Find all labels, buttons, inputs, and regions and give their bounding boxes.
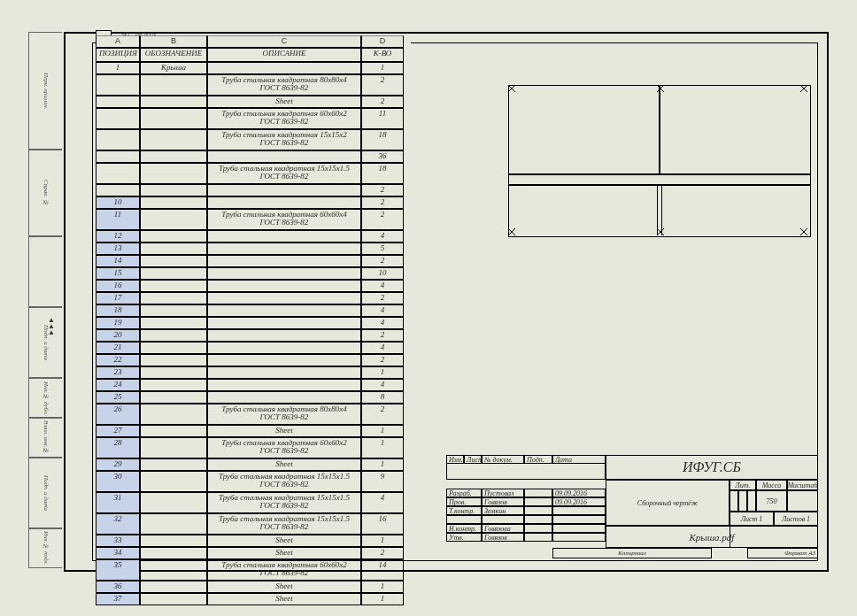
tb-role-sign[interactable] [524, 533, 552, 542]
cell[interactable] [207, 304, 361, 317]
cell[interactable] [140, 547, 207, 559]
tb-role[interactable]: Разраб. [446, 489, 482, 497]
cell[interactable]: 1 [96, 62, 140, 74]
cell[interactable]: 33 [96, 535, 140, 547]
cell[interactable]: 36 [96, 581, 140, 593]
cell[interactable] [140, 74, 207, 96]
cell[interactable]: 2 [361, 547, 404, 559]
table-row[interactable]: Труба стальная квадратная 60x60x2 ГОСТ 8… [96, 108, 411, 129]
cell[interactable]: Sheet [207, 458, 361, 471]
cell[interactable]: 25 [96, 391, 140, 404]
cell[interactable]: 1 [361, 437, 404, 458]
cell[interactable] [207, 150, 361, 163]
tb-role-sign[interactable] [524, 506, 552, 515]
tb-company[interactable] [730, 526, 818, 548]
table-row[interactable]: 172 [96, 292, 411, 304]
cell[interactable]: 1 [361, 535, 404, 547]
cell[interactable]: Труба стальная квадратная 80x80x4 ГОСТ 8… [207, 74, 361, 96]
tb-role[interactable]: Пров. [446, 497, 482, 506]
table-row[interactable]: 36 [96, 150, 411, 163]
tb-lit1[interactable] [730, 490, 738, 512]
hdr-position[interactable]: ПОЗИЦИЯ [96, 48, 140, 62]
table-row[interactable]: 27Sheet1 [96, 425, 411, 437]
cell[interactable]: Труба стальная квадратная 15x15x1.5 ГОСТ… [207, 492, 361, 513]
cell[interactable]: 2 [361, 404, 404, 425]
cell[interactable] [140, 581, 207, 593]
cell[interactable]: 2 [361, 196, 404, 209]
cell[interactable] [207, 243, 361, 255]
cell[interactable]: 34 [96, 547, 140, 559]
table-row[interactable]: 231 [96, 366, 411, 379]
cell[interactable] [207, 366, 361, 379]
table-row[interactable]: 29Sheet1 [96, 458, 411, 471]
cell[interactable] [140, 379, 207, 391]
cell[interactable] [140, 243, 207, 255]
hdr-designation[interactable]: ОБОЗНАЧЕНИЕ [140, 48, 207, 62]
cell[interactable] [140, 471, 207, 492]
table-row[interactable]: 102 [96, 196, 411, 209]
cell[interactable] [140, 458, 207, 471]
cell[interactable]: 1 [361, 458, 404, 471]
table-row[interactable]: 33Sheet1 [96, 535, 411, 547]
table-row[interactable]: 11Труба стальная квадратная 60x60x4 ГОСТ… [96, 209, 411, 230]
cell[interactable]: 17 [96, 292, 140, 304]
col-letter-C[interactable]: C [207, 35, 361, 48]
cell[interactable] [140, 354, 207, 366]
table-row[interactable]: 1Крыша1 [96, 62, 411, 74]
tb-role-date[interactable] [552, 506, 606, 515]
cell[interactable]: 10 [361, 267, 404, 280]
cell[interactable] [140, 255, 207, 267]
table-row[interactable]: 35Труба стальная квадратная 60x60x2 ГОСТ… [96, 559, 411, 581]
cell[interactable]: 4 [361, 492, 404, 513]
tb-mass-value[interactable]: 750 [756, 490, 787, 512]
cell[interactable] [207, 379, 361, 391]
cell[interactable] [140, 129, 207, 150]
cell[interactable]: Труба стальная квадратная 60x60x2 ГОСТ 8… [207, 437, 361, 458]
cell[interactable]: 4 [361, 317, 404, 329]
table-row[interactable]: 36Sheet1 [96, 581, 411, 593]
tb-role-date[interactable]: 09.09.2016 [552, 497, 606, 506]
cell[interactable] [207, 342, 361, 354]
cell[interactable]: Sheet [207, 593, 361, 605]
cell[interactable]: 2 [361, 74, 404, 96]
cell[interactable]: 4 [361, 379, 404, 391]
cell[interactable]: 15 [96, 267, 140, 280]
tb-role-sign[interactable] [524, 497, 552, 506]
tb-role-date[interactable] [552, 524, 606, 533]
tb-lit2[interactable] [738, 490, 747, 512]
table-row[interactable]: Труба стальная квадратная 15x15x2 ГОСТ 8… [96, 129, 411, 150]
cell[interactable]: 21 [96, 342, 140, 354]
cell[interactable] [140, 366, 207, 379]
cell[interactable]: 5 [361, 243, 404, 255]
cell[interactable] [140, 184, 207, 196]
table-row[interactable]: 258 [96, 391, 411, 404]
cell[interactable]: 4 [361, 230, 404, 243]
cell[interactable]: 22 [96, 354, 140, 366]
cell[interactable] [140, 513, 207, 535]
cell[interactable]: 2 [361, 184, 404, 196]
cell[interactable] [207, 184, 361, 196]
cell[interactable]: 14 [361, 559, 404, 581]
col-letter-D[interactable]: D [361, 35, 404, 48]
cell[interactable] [207, 255, 361, 267]
table-row[interactable]: 124 [96, 230, 411, 243]
cell[interactable] [140, 209, 207, 230]
cell[interactable] [140, 280, 207, 292]
table-row[interactable]: 244 [96, 379, 411, 391]
cell[interactable]: 31 [96, 492, 140, 513]
cell[interactable] [96, 184, 140, 196]
cell[interactable]: 2 [361, 354, 404, 366]
table-row[interactable]: 135 [96, 243, 411, 255]
table-row[interactable]: 26Труба стальная квадратная 80x80x4 ГОСТ… [96, 404, 411, 425]
cell[interactable]: 1 [361, 366, 404, 379]
cell[interactable]: 1 [361, 581, 404, 593]
cell[interactable]: 27 [96, 425, 140, 437]
cell[interactable] [207, 62, 361, 74]
cell[interactable] [140, 96, 207, 108]
cell[interactable]: Sheet [207, 547, 361, 559]
cell[interactable]: 23 [96, 366, 140, 379]
table-row[interactable]: 32Труба стальная квадратная 15x15x1.5 ГО… [96, 513, 411, 535]
cell[interactable]: Труба стальная квадратная 15x15x2 ГОСТ 8… [207, 129, 361, 150]
cell[interactable]: 13 [96, 243, 140, 255]
cell[interactable]: 28 [96, 437, 140, 458]
